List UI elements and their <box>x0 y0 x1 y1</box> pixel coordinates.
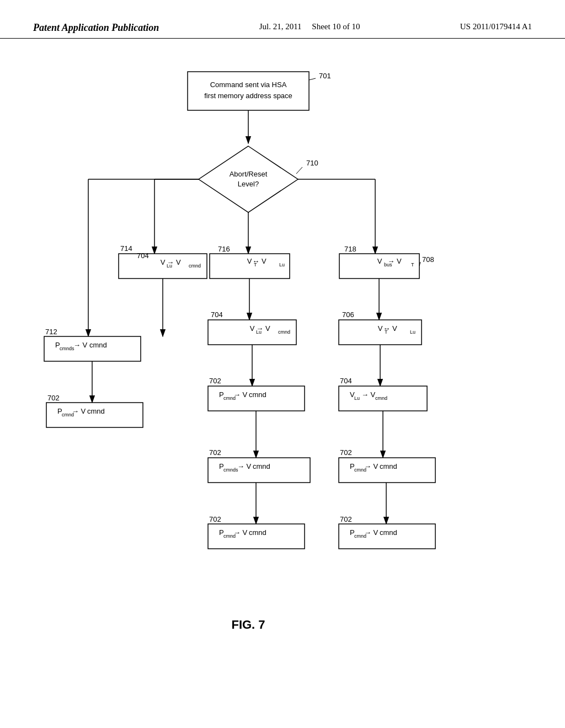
node-702-2-vcmnd: cmnd <box>249 390 266 399</box>
node-706-arrow: ↔ V <box>383 324 397 333</box>
node-704-1-arrow: → V <box>167 258 181 266</box>
label-710-line <box>296 167 302 174</box>
label-702-final: 702 <box>209 515 221 523</box>
header-date-sheet: Jul. 21, 2011 Sheet 10 of 10 <box>259 22 360 31</box>
node-716-sub2: Lu <box>279 262 285 267</box>
node-702-1-arrow: → V <box>72 407 86 415</box>
label-702-3-center: 702 <box>209 448 221 457</box>
sheet-info: Sheet 10 of 10 <box>312 22 360 31</box>
label-704-3: 704 <box>340 377 352 385</box>
node-704-2-text: V <box>250 324 255 333</box>
node-final-right-arrow: → V <box>364 528 379 537</box>
node-702-4-vcmnd: cmnd <box>380 462 397 470</box>
node-704-3-sub2: cmnd <box>375 395 387 401</box>
node-712-sub: cmnds <box>60 346 74 351</box>
node-final-center-arrow: → V <box>233 528 248 537</box>
publication-number: US 2011/0179414 A1 <box>460 22 532 31</box>
node-702-3-arrow: → V <box>237 462 252 470</box>
label-716: 716 <box>218 245 230 253</box>
label-708: 708 <box>422 255 434 264</box>
diagram-area: Command sent via HSA first memory addres… <box>0 39 565 700</box>
label-701-line <box>309 78 316 80</box>
node-704-1-sub2: cmnd <box>189 263 201 269</box>
node-718-arrow: → V <box>387 257 402 265</box>
flowchart-svg: Command sent via HSA first memory addres… <box>0 39 565 700</box>
figure-label: FIG. 7 <box>231 618 265 631</box>
node-702-2-arrow: → V <box>233 390 248 399</box>
label-710: 710 <box>306 159 318 167</box>
label-704-2: 704 <box>211 311 223 319</box>
node-716-text: V <box>247 257 252 265</box>
node-710-text1: Abort/Reset <box>230 170 268 178</box>
node-718-sub2: T <box>411 262 414 267</box>
label-702-final-right: 702 <box>340 515 352 523</box>
node-702-3-sub: cmnds <box>223 467 238 473</box>
label-702-2: 702 <box>209 377 221 385</box>
label-718: 718 <box>344 245 356 253</box>
node-701 <box>188 72 309 110</box>
label-706: 706 <box>342 311 354 319</box>
label-714: 714 <box>120 244 132 253</box>
page-header: Patent Application Publication Jul. 21, … <box>0 0 565 39</box>
node-710-text2: Level? <box>238 180 259 188</box>
label-704-1: 704 <box>137 251 149 260</box>
node-706-sub2: Lu <box>410 329 415 335</box>
node-710 <box>199 146 298 212</box>
label-702-1: 702 <box>47 394 60 402</box>
node-701-text2: first memory address space <box>204 92 292 100</box>
publication-date: Jul. 21, 2011 <box>259 22 302 31</box>
node-702-4-arrow: → V <box>364 462 379 470</box>
node-718-text: V <box>377 257 382 265</box>
node-701-text1: Command sent via HSA <box>210 81 287 89</box>
node-704-3-arrow: → V <box>361 390 376 399</box>
node-702-1-vcmnd: cmnd <box>87 407 105 415</box>
node-704-2-arrow: → V <box>256 324 270 333</box>
node-704-3-sub: Lu <box>354 395 360 401</box>
publication-title: Patent Application Publication <box>33 22 159 34</box>
label-702-4: 702 <box>340 448 352 457</box>
label-712: 712 <box>45 328 57 336</box>
label-701: 701 <box>319 72 331 80</box>
node-704-1-text: V <box>161 258 166 266</box>
node-712-vcmnd: cmnd <box>89 341 107 349</box>
node-716-arrow: ↔ V <box>252 257 266 265</box>
node-final-right-vcmnd: cmnd <box>380 528 397 537</box>
node-706-text: V <box>378 324 383 333</box>
node-702-3-vcmnd: cmnd <box>253 462 270 470</box>
node-final-center-vcmnd: cmnd <box>249 528 266 537</box>
node-704-2-sub2: cmnd <box>278 329 290 335</box>
node-712-arrow: → V <box>73 341 88 349</box>
